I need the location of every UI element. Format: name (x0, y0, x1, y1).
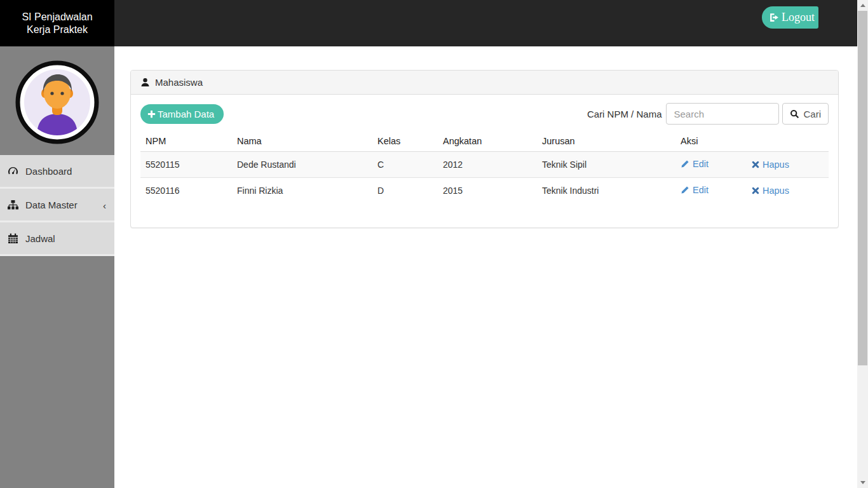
edit-link[interactable]: Edit (681, 185, 709, 195)
hapus-link[interactable]: Hapus (752, 186, 789, 196)
cell-npm: 5520116 (140, 178, 232, 204)
app-brand: SI Penjadwalan Kerja Praktek (0, 0, 114, 46)
search-input[interactable] (666, 103, 779, 125)
pencil-icon (681, 186, 689, 194)
col-header-npm: NPM (140, 132, 232, 152)
col-header-nama: Nama (232, 132, 372, 152)
table-header-row: NPM Nama Kelas Angkatan Jurusan Aksi (140, 132, 829, 152)
toolbar: Tambah Data Cari NPM / Nama (140, 103, 829, 125)
x-icon (752, 161, 759, 168)
chevron-left-icon: ‹ (103, 200, 106, 211)
cell-angkatan: 2015 (438, 178, 537, 204)
sidebar-item-data-master[interactable]: Data Master ‹ (0, 189, 114, 222)
edit-link[interactable]: Edit (681, 159, 709, 169)
hapus-link[interactable]: Hapus (752, 159, 789, 170)
cell-nama: Finni Rizkia (232, 178, 372, 204)
col-header-jurusan: Jurusan (537, 132, 675, 152)
main-content: Mahasiswa Tambah Data Cari NPM / Nama (114, 46, 857, 488)
search-icon (790, 109, 799, 119)
sign-out-icon (769, 12, 780, 23)
col-header-angkatan: Angkatan (438, 132, 537, 152)
panel-header: Mahasiswa (131, 71, 838, 95)
logout-label: Logout (782, 11, 815, 24)
calendar-icon (8, 233, 18, 244)
sidebar-item-jadwal[interactable]: Jadwal (0, 222, 114, 256)
avatar (15, 60, 99, 144)
cari-label: Cari (803, 109, 821, 119)
cell-npm: 5520115 (140, 152, 232, 178)
vertical-scrollbar[interactable] (857, 0, 868, 488)
sidebar-menu: Dashboard Data Master (0, 155, 114, 256)
cari-button[interactable]: Cari (782, 103, 829, 125)
plus-icon (147, 109, 156, 119)
sidebar-item-label: Data Master (25, 200, 78, 210)
scrollbar-down-arrow[interactable] (857, 477, 868, 488)
user-icon (140, 78, 150, 87)
scrollbar-up-arrow[interactable] (857, 0, 868, 11)
cell-jurusan: Teknik Sipil (537, 152, 675, 178)
col-header-blank (747, 132, 829, 152)
brand-line1: SI Penjadwalan (22, 11, 92, 24)
mahasiswa-table: NPM Nama Kelas Angkatan Jurusan Aksi 552… (140, 132, 829, 203)
sidebar-item-label: Jadwal (25, 233, 55, 244)
logout-button[interactable]: Logout (762, 6, 818, 29)
mahasiswa-panel: Mahasiswa Tambah Data Cari NPM / Nama (130, 70, 839, 228)
panel-title: Mahasiswa (155, 77, 203, 88)
cell-nama: Dede Rustandi (232, 152, 372, 178)
table-row: 5520116 Finni Rizkia D 2015 Teknik Indus… (140, 178, 829, 204)
app-window: SI Penjadwalan Kerja Praktek Logout (0, 0, 868, 488)
table-row: 5520115 Dede Rustandi C 2012 Teknik Sipi… (140, 152, 829, 178)
brand-line2: Kerja Praktek (27, 24, 88, 36)
sidebar-item-dashboard[interactable]: Dashboard (0, 155, 114, 189)
sitemap-icon (8, 200, 18, 210)
tambah-data-label: Tambah Data (158, 109, 214, 119)
top-navbar: SI Penjadwalan Kerja Praktek Logout (0, 0, 857, 46)
search-group: Cari NPM / Nama Cari (587, 103, 829, 125)
search-label: Cari NPM / Nama (587, 109, 662, 119)
cell-kelas: C (372, 152, 438, 178)
sidebar-item-label: Dashboard (25, 166, 72, 177)
col-header-aksi: Aksi (675, 132, 747, 152)
panel-body: Tambah Data Cari NPM / Nama (131, 95, 838, 203)
cell-jurusan: Teknik Industri (537, 178, 675, 204)
x-icon (752, 187, 759, 194)
scrollbar-thumb[interactable] (858, 11, 867, 365)
cell-kelas: D (372, 178, 438, 204)
sidebar: Dashboard Data Master (0, 46, 114, 488)
tambah-data-button[interactable]: Tambah Data (140, 104, 224, 124)
cell-angkatan: 2012 (438, 152, 537, 178)
dashboard-gauge-icon (8, 166, 18, 177)
pencil-icon (681, 159, 689, 168)
col-header-kelas: Kelas (372, 132, 438, 152)
